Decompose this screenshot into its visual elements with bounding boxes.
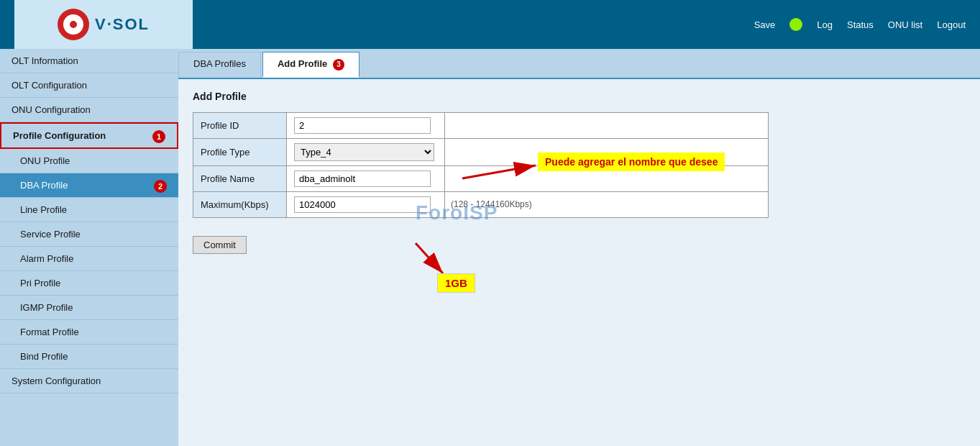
status-indicator [789,18,802,31]
tab-dba-profiles[interactable]: DBA Profiles [178,52,261,78]
maximum-kbps-label: Maximum(Kbps) [193,191,287,217]
maximum-kbps-value-cell [287,191,445,217]
save-button[interactable]: Save [754,19,776,30]
profile-type-select[interactable]: Type_1 Type_2 Type_3 Type_4 Type_5 [294,143,434,161]
profile-name-arrow-cell [445,165,769,191]
profile-name-row: Profile Name [193,165,769,191]
profile-type-value-cell: Type_1 Type_2 Type_3 Type_4 Type_5 [287,138,445,165]
profile-config-badge: 1 [152,130,165,143]
sidebar-item-system-config[interactable]: System Configuration [0,369,178,393]
sidebar: OLT Information OLT Configuration ONU Co… [0,49,178,446]
logout-link[interactable]: Logout [937,19,966,30]
maximum-kbps-row: Maximum(Kbps) (128 - 1244160Kbps) [193,191,769,217]
header: V·SOL Save Log Status ONU list Logout [0,0,980,49]
header-nav: Save Log Status ONU list Logout [754,18,966,31]
sidebar-item-alarm-profile[interactable]: Alarm Profile [0,247,178,271]
content-area: Add Profile Profile ID Profile Type Type… [178,79,980,446]
maximum-kbps-input[interactable] [294,196,431,213]
sidebar-item-pri-profile[interactable]: Pri Profile [0,271,178,296]
profile-id-value-cell [287,112,445,138]
profile-id-extra [445,112,769,138]
sidebar-item-olt-config[interactable]: OLT Configuration [0,73,178,98]
tab-add-profile[interactable]: Add Profile 3 [262,52,360,78]
sidebar-item-bind-profile[interactable]: Bind Profile [0,345,178,369]
1gb-badge: 1GB [437,273,475,293]
sidebar-item-dba-profile[interactable]: DBA Profile 2 [0,173,178,198]
brand-name: V·SOL [95,15,150,34]
profile-id-input[interactable] [294,117,431,134]
profile-type-row: Profile Type Type_1 Type_2 Type_3 Type_4… [193,138,769,165]
profile-name-value-cell [287,165,445,191]
profile-type-extra [445,138,769,165]
profile-name-label: Profile Name [193,165,287,191]
sidebar-item-service-profile[interactable]: Service Profile [0,222,178,247]
logo-area: V·SOL [14,0,193,49]
svg-line-3 [416,243,443,273]
profile-id-row: Profile ID [193,112,769,138]
main-content: DBA Profiles Add Profile 3 Add Profile P… [178,49,980,446]
maximum-kbps-range: (128 - 1244160Kbps) [445,191,769,217]
commit-button[interactable]: Commit [193,236,247,254]
sidebar-item-igmp-profile[interactable]: IGMP Profile [0,296,178,320]
log-link[interactable]: Log [817,19,833,30]
sidebar-item-onu-config[interactable]: ONU Configuration [0,98,178,122]
dba-profile-badge: 2 [154,180,167,193]
layout: OLT Information OLT Configuration ONU Co… [0,49,980,446]
sidebar-item-profile-config[interactable]: Profile Configuration 1 [0,122,178,149]
profile-id-label: Profile ID [193,112,287,138]
onu-list-link[interactable]: ONU list [888,19,922,30]
sidebar-item-line-profile[interactable]: Line Profile [0,198,178,222]
status-link[interactable]: Status [847,19,874,30]
profile-type-label: Profile Type [193,138,287,165]
add-profile-badge: 3 [333,59,344,70]
form-title: Add Profile [193,91,966,102]
logo-icon [58,9,89,40]
sidebar-item-format-profile[interactable]: Format Profile [0,320,178,345]
profile-name-input[interactable] [294,170,431,187]
tabs: DBA Profiles Add Profile 3 [178,49,980,79]
sidebar-item-onu-profile[interactable]: ONU Profile [0,149,178,173]
add-profile-form: Profile ID Profile Type Type_1 Type_2 Ty… [193,112,769,218]
sidebar-item-olt-info[interactable]: OLT Information [0,49,178,73]
